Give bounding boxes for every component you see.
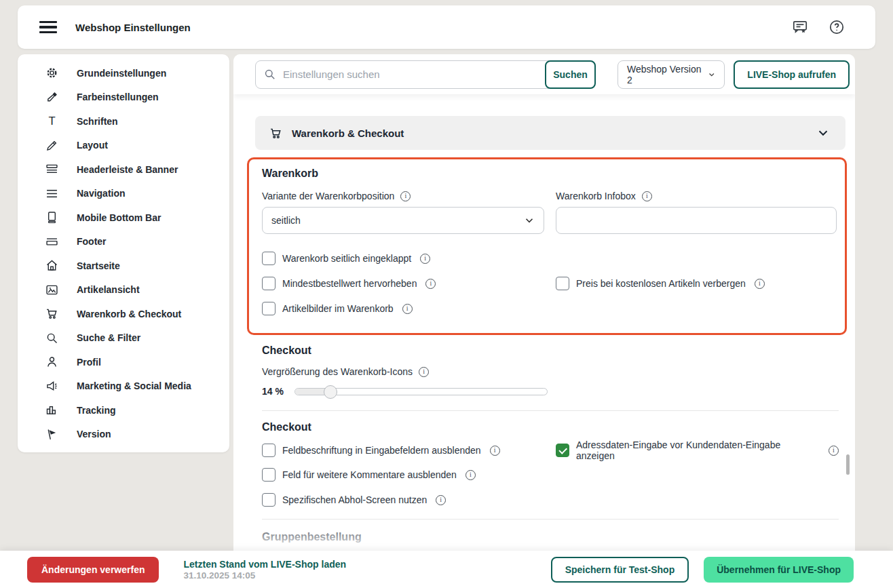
sidebar-item-startseite[interactable]: Startseite xyxy=(18,254,229,278)
font-icon: T xyxy=(45,114,59,128)
info-icon[interactable] xyxy=(466,470,476,480)
checkbox-mindestbestellwert[interactable] xyxy=(262,277,276,290)
page-title: Webshop Einstellungen xyxy=(75,22,191,33)
webshop-version-select[interactable]: Webshop Version 2 xyxy=(618,60,725,89)
sidebar-item-marketing[interactable]: Marketing & Social Media xyxy=(18,374,229,399)
sidebar-item-artikelansicht[interactable]: Artikelansicht xyxy=(18,278,229,302)
variant-label: Variante der Warenkorbposition xyxy=(262,191,544,201)
checkbox-preis-verbergen[interactable] xyxy=(556,277,569,290)
sidebar-item-headerleiste[interactable]: Headerleiste & Banner xyxy=(18,157,229,182)
warenkorb-highlight-panel: Warenkorb Variante der Warenkorbposition… xyxy=(247,157,847,335)
pencil-icon xyxy=(45,138,59,153)
warenkorb-heading: Warenkorb xyxy=(262,168,837,180)
sidebar-item-version[interactable]: Version xyxy=(18,423,229,447)
infobox-label: Warenkorb Infobox xyxy=(556,191,837,201)
help-icon[interactable] xyxy=(828,18,846,36)
info-icon[interactable] xyxy=(400,191,411,201)
gear-icon xyxy=(45,66,59,80)
chevron-down-icon xyxy=(706,69,717,80)
feedback-icon[interactable] xyxy=(791,18,809,36)
info-icon[interactable] xyxy=(755,279,765,289)
person-icon xyxy=(45,355,59,369)
discard-changes-button[interactable]: Änderungen verwerfen xyxy=(27,557,159,583)
app-header: Webshop Einstellungen xyxy=(18,5,875,49)
cart-icon-size-slider[interactable] xyxy=(294,388,548,395)
save-test-shop-button[interactable]: Speichern für Test-Shop xyxy=(551,557,689,583)
slider-thumb[interactable] xyxy=(324,385,337,399)
warenkorb-infobox-input[interactable] xyxy=(556,207,837,234)
checkbox-artikelbilder[interactable] xyxy=(262,302,276,315)
checkbox-kommentare[interactable] xyxy=(262,468,276,482)
checkout-heading: Checkout xyxy=(262,345,839,357)
cart-icon xyxy=(269,126,283,140)
home-icon xyxy=(45,258,59,273)
search-combo: Suchen xyxy=(255,60,596,89)
search-icon xyxy=(263,68,276,81)
sidebar-item-footer[interactable]: Footer xyxy=(18,230,229,254)
info-icon[interactable] xyxy=(829,446,839,456)
slider-value: 14 % xyxy=(262,386,284,397)
checkbox-adressdaten[interactable] xyxy=(556,444,569,457)
main-content: Suchen Webshop Version 2 LIVE-Shop aufru… xyxy=(233,54,855,588)
checkbox-feldbeschriftung[interactable] xyxy=(262,444,276,457)
warenkorbposition-select[interactable]: seitlich xyxy=(262,207,544,234)
chart-icon xyxy=(45,403,59,417)
info-icon[interactable] xyxy=(402,304,413,314)
info-icon[interactable] xyxy=(436,495,446,505)
settings-sidebar: Grundeinstellungen Farbeinstellungen T S… xyxy=(18,54,229,452)
image-icon xyxy=(45,283,59,297)
scrollbar-thumb[interactable] xyxy=(846,454,850,475)
settings-content: Warenkorb & Checkout Warenkorb Variante … xyxy=(233,116,855,566)
action-bar: Änderungen verwerfen Letzten Stand vom L… xyxy=(0,551,893,588)
chevron-down-icon[interactable] xyxy=(816,125,831,140)
info-icon[interactable] xyxy=(425,279,436,289)
gruppenbestellung-heading: Gruppenbestellung xyxy=(262,531,839,543)
slider-label: Vergrößerung des Warenkorb-Icons xyxy=(262,366,839,377)
sidebar-item-warenkorb-checkout[interactable]: Warenkorb & Checkout xyxy=(18,302,229,326)
divider xyxy=(262,519,839,520)
chevron-down-icon xyxy=(523,214,535,227)
sidebar-item-mobile-bottom-bar[interactable]: Mobile Bottom Bar xyxy=(18,205,229,230)
svg-text:T: T xyxy=(48,115,55,128)
eyedropper-icon xyxy=(45,90,59,104)
header-icon xyxy=(45,162,59,176)
sidebar-item-schriften[interactable]: T Schriften xyxy=(18,109,229,134)
checkbox-abhol-screen[interactable] xyxy=(262,493,276,507)
search-button[interactable]: Suchen xyxy=(545,60,596,89)
last-saved-timestamp: 31.10.2025 14:05 xyxy=(183,570,346,581)
checkout-options-heading: Checkout xyxy=(262,421,839,433)
sidebar-item-navigation[interactable]: Navigation xyxy=(18,182,229,206)
cart-icon xyxy=(45,307,59,321)
live-shop-button[interactable]: LIVE-Shop aufrufen xyxy=(734,60,850,89)
sidebar-item-grundeinstellungen[interactable]: Grundeinstellungen xyxy=(18,61,229,85)
sidebar-item-farbeinstellungen[interactable]: Farbeinstellungen xyxy=(18,85,229,110)
flag-icon xyxy=(45,427,59,442)
settings-toolbar: Suchen Webshop Version 2 LIVE-Shop aufru… xyxy=(233,54,855,94)
sidebar-item-tracking[interactable]: Tracking xyxy=(18,398,229,423)
megaphone-icon xyxy=(45,379,59,393)
checkbox-warenkorb-seitlich-eingeklappt[interactable] xyxy=(262,252,276,265)
sidebar-item-profil[interactable]: Profil xyxy=(18,350,229,374)
menu-icon xyxy=(45,187,59,201)
divider xyxy=(262,410,839,411)
sidebar-item-layout[interactable]: Layout xyxy=(18,134,229,158)
phone-icon xyxy=(45,210,59,224)
page: Webshop Einstellungen Grundeinstellungen xyxy=(0,0,893,588)
search-icon xyxy=(45,331,59,345)
hamburger-menu-icon[interactable] xyxy=(39,21,57,34)
footer-icon xyxy=(45,235,59,249)
apply-live-shop-button[interactable]: Übernehmen für LIVE-Shop xyxy=(704,557,854,583)
info-icon[interactable] xyxy=(419,367,429,377)
info-icon[interactable] xyxy=(420,254,430,264)
load-live-state-link[interactable]: Letzten Stand vom LIVE-Shop laden xyxy=(183,559,346,570)
info-icon[interactable] xyxy=(642,191,652,201)
info-icon[interactable] xyxy=(490,446,500,456)
sidebar-item-suche-filter[interactable]: Suche & Filter xyxy=(18,326,229,351)
section-warenkorb-checkout-header[interactable]: Warenkorb & Checkout xyxy=(255,116,846,150)
